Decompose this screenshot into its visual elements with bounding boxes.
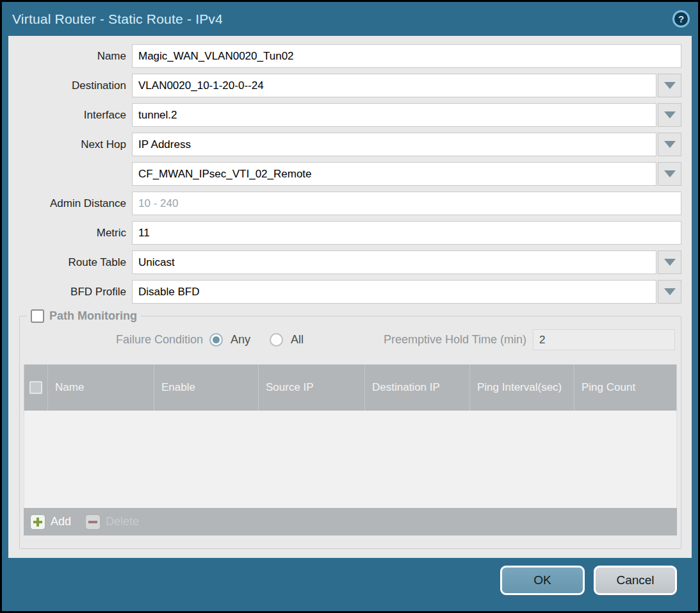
name-label: Name (8, 50, 132, 63)
interface-label: Interface (8, 109, 132, 122)
add-button[interactable]: Add (30, 514, 71, 530)
failure-condition-row: Failure Condition Any All Preemptive Hol… (24, 328, 677, 352)
form-row-next-hop: Next Hop (8, 133, 692, 156)
chevron-down-icon (664, 170, 676, 177)
route-table-label: Route Table (8, 256, 132, 269)
chevron-down-icon (664, 111, 676, 119)
table-header-checkbox-cell (24, 364, 48, 411)
dialog-titlebar: Virtual Router - Static Route - IPv4 ? (2, 2, 698, 36)
metric-label: Metric (8, 227, 132, 240)
table-body-empty (24, 411, 677, 508)
delete-button-label: Delete (106, 515, 139, 528)
failure-condition-label: Failure Condition (24, 333, 209, 347)
ok-button[interactable]: OK (500, 566, 585, 595)
destination-label: Destination (8, 79, 132, 92)
form-row-bfd-profile: BFD Profile (8, 280, 692, 304)
delete-button[interactable]: Delete (85, 514, 139, 530)
admin-distance-input[interactable] (132, 192, 681, 215)
form-row-name: Name (8, 44, 692, 68)
next-hop-label: Next Hop (8, 138, 132, 151)
chevron-down-icon (664, 141, 676, 148)
column-header-destination-ip[interactable]: Destination IP (365, 364, 470, 411)
static-route-dialog: Virtual Router - Static Route - IPv4 ? N… (2, 2, 698, 611)
radio-all-icon (270, 333, 283, 347)
column-header-name[interactable]: Name (48, 364, 154, 411)
column-header-enable[interactable]: Enable (154, 364, 259, 411)
help-icon[interactable]: ? (672, 10, 690, 28)
path-monitoring-table: Name Enable Source IP Destination IP Pin… (24, 364, 677, 535)
route-table-dropdown-button[interactable] (658, 250, 681, 274)
failure-condition-all-option[interactable]: All (270, 333, 304, 347)
next-hop-type-dropdown-button[interactable] (658, 133, 681, 156)
radio-any-icon (209, 333, 223, 347)
form-row-admin-distance: Admin Distance (8, 192, 692, 215)
path-monitoring-title: Path Monitoring (49, 309, 137, 323)
dialog-content: Name Destination Interface (8, 36, 692, 558)
next-hop-type-input[interactable] (132, 133, 656, 156)
interface-dropdown-button[interactable] (658, 103, 681, 127)
dialog-title: Virtual Router - Static Route - IPv4 (12, 12, 223, 27)
form-row-interface: Interface (8, 103, 692, 127)
destination-input[interactable] (132, 74, 656, 97)
preemptive-hold-time-input[interactable] (533, 329, 675, 350)
admin-distance-label: Admin Distance (8, 197, 132, 210)
preemptive-hold-time-label: Preemptive Hold Time (min) (384, 333, 533, 347)
column-header-source-ip[interactable]: Source IP (259, 364, 365, 411)
path-monitoring-section: Path Monitoring Failure Condition Any Al… (19, 309, 681, 549)
bfd-profile-dropdown-button[interactable] (658, 280, 681, 304)
dialog-footer: OK Cancel (2, 556, 698, 611)
bfd-profile-label: BFD Profile (8, 286, 132, 298)
metric-input[interactable] (132, 221, 681, 245)
failure-condition-any-option[interactable]: Any (209, 333, 250, 347)
table-header-row: Name Enable Source IP Destination IP Pin… (24, 364, 677, 411)
radio-any-label: Any (231, 333, 250, 347)
form-row-destination: Destination (8, 74, 692, 97)
minus-icon (85, 514, 101, 530)
column-header-ping-count[interactable]: Ping Count (574, 364, 676, 411)
radio-all-label: All (291, 333, 304, 347)
bfd-profile-input[interactable] (132, 280, 656, 304)
interface-input[interactable] (132, 103, 656, 127)
chevron-down-icon (664, 288, 676, 295)
path-monitoring-legend: Path Monitoring (27, 309, 141, 323)
path-monitoring-checkbox[interactable] (31, 309, 44, 323)
form-row-metric: Metric (8, 221, 692, 245)
name-input[interactable] (132, 44, 681, 68)
preemptive-hold-time-group: Preemptive Hold Time (min) (384, 329, 675, 350)
column-header-ping-interval[interactable]: Ping Interval(sec) (470, 364, 574, 411)
plus-icon (30, 514, 45, 530)
table-toolbar: Add Delete (24, 508, 677, 535)
cancel-button[interactable]: Cancel (594, 566, 677, 595)
form-row-next-hop-address (8, 162, 692, 186)
route-table-input[interactable] (132, 250, 656, 274)
chevron-down-icon (664, 259, 676, 266)
next-hop-address-dropdown-button[interactable] (658, 162, 681, 186)
select-all-checkbox[interactable] (29, 381, 42, 394)
next-hop-address-input[interactable] (132, 162, 656, 186)
destination-dropdown-button[interactable] (658, 74, 681, 97)
form-row-route-table: Route Table (8, 250, 692, 274)
chevron-down-icon (664, 82, 676, 89)
add-button-label: Add (51, 515, 71, 528)
